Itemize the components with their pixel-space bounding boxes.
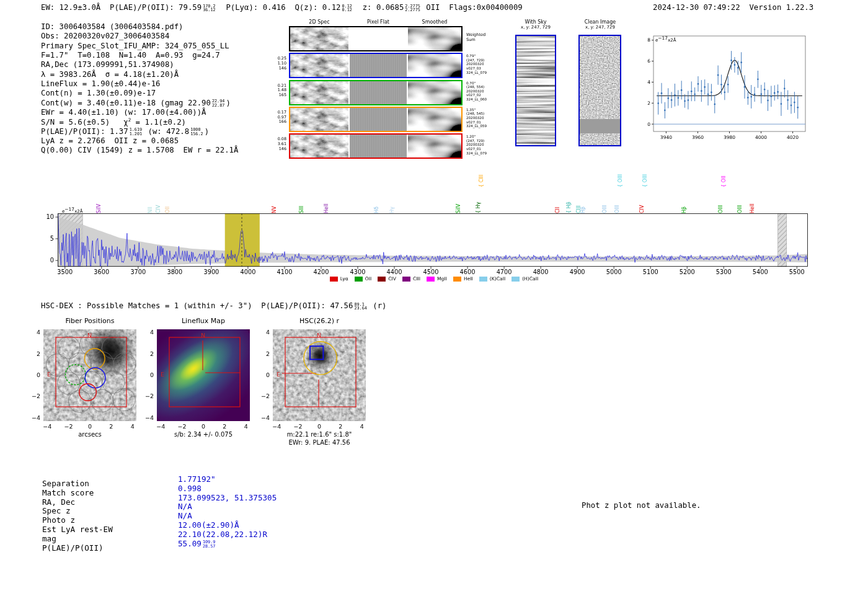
spectrum-line-label: OII	[165, 207, 171, 213]
noise-rect	[408, 81, 461, 104]
data-point	[757, 79, 759, 81]
text-run: 0.998	[178, 484, 202, 493]
legend-item: MgII	[427, 276, 447, 282]
data-point	[707, 94, 709, 96]
noise-rect	[408, 54, 461, 77]
meta-line: (247, 729)	[466, 139, 497, 143]
text-run: Q(0.00) CIV (1549) z = 1.5708 EW r = 22.…	[41, 146, 238, 154]
spec2d-column-header: Pixel Flat	[347, 19, 409, 25]
legend-label: (K)CaII	[490, 276, 505, 282]
match-table-labels: SeparationMatch scoreRA, DecSpec zPhoto …	[42, 479, 113, 553]
data-point	[671, 99, 673, 101]
legend-item: OII	[355, 276, 371, 282]
match-field-value: 1.77192"	[178, 475, 277, 484]
summary-header: EW: 12.9±3.0Å P(LAE)/P(OII): 79.59170.23…	[41, 3, 523, 12]
stat-value: 165	[265, 93, 286, 98]
fiber-circle	[91, 389, 113, 412]
y-tick-label: 4	[27, 329, 40, 335]
text-run: F=1.7" T=0.108 N=1.40 A=0.93 g=24.7	[41, 51, 220, 60]
compass-east: E	[161, 371, 164, 378]
stacked-fraction: 1.6191.201	[130, 128, 142, 136]
y-tick-label: 0	[38, 257, 54, 264]
meta-line: 324_LL_079	[466, 71, 497, 75]
x-tick-label: 3500	[53, 269, 78, 275]
pixel-flat-image	[350, 135, 407, 158]
cutout-title: HSC(26.2) r	[273, 317, 366, 325]
data-point	[760, 93, 762, 95]
x-tick-label: 0	[195, 423, 211, 430]
data-point	[667, 97, 669, 99]
noise-image	[516, 36, 555, 145]
match-field-label: Separation	[42, 479, 113, 489]
text-run: RA,Dec (173.099991,51.374908)	[41, 60, 174, 69]
stacked-fraction: 22.9422.87	[212, 99, 224, 107]
text-run: S/N = 5.6(±0.5) χ	[41, 118, 128, 127]
meta-line: 1.35"	[466, 108, 497, 112]
smoothed-image	[408, 108, 461, 131]
fraction-lower: 2.2775	[405, 8, 420, 12]
spectrum-line-label: OIII	[737, 205, 743, 213]
match-field-label: Est LyA rest-EW	[42, 525, 113, 535]
meta-line: 324_LL_079	[466, 151, 497, 156]
info-line: Q(0.00) CIV (1549) z = 1.5708 EW r = 22.…	[41, 146, 238, 155]
spec2d-row-stats: 0.211.48165	[265, 84, 286, 98]
spectrum-line-label: SiIV	[456, 204, 462, 213]
y-tick-label: 0	[647, 122, 650, 127]
legend-swatch	[330, 277, 338, 282]
x-tick-label: 4000	[755, 135, 767, 140]
x-tick-label: 4	[125, 423, 141, 430]
noise-rect	[408, 108, 461, 131]
fraction-lower: 1.201	[130, 132, 142, 136]
fiber-circle	[113, 353, 136, 375]
noise-rect	[516, 36, 555, 145]
x-tick-label: 5400	[748, 269, 773, 275]
match-field-value: 12.00(±2.90)Å	[178, 521, 277, 530]
fraction-lower: 28.57	[203, 544, 215, 548]
data-point	[681, 89, 683, 91]
spec2d-row	[289, 53, 463, 78]
text-run: )	[205, 127, 209, 136]
match-field-label: P(LAE)/P(OII)	[42, 544, 113, 553]
spec2d-row-stats: 0.083.61146	[265, 137, 286, 151]
x-tick-label: 4020	[787, 135, 799, 140]
text-run: N/A	[178, 511, 192, 520]
with-sky-coords: x, y: 247, 729	[508, 25, 564, 30]
info-line: S/N = 5.6(±0.5) χ2 = 1.1(±0.2)	[41, 117, 238, 127]
spectrum-line-label: SiIV	[96, 204, 102, 213]
meta-line: (248, 554)	[466, 85, 497, 89]
fraction-lower: 23.64	[354, 306, 366, 310]
noise-rect	[290, 81, 348, 104]
selected-fiber-circle	[84, 349, 105, 369]
data-point	[767, 100, 769, 102]
x-tick-label: −2	[174, 423, 190, 430]
timestamp-version: 2024-12-30 07:49:22 Version 1.22.3	[653, 3, 813, 12]
highlight-band	[225, 213, 260, 267]
legend-swatch	[402, 277, 410, 282]
y-tick-label: 2	[27, 350, 40, 357]
legend-label: Lyα	[340, 276, 348, 282]
info-line: Primary Spec_Slot_IFU_AMP: 324_075_055_L…	[41, 42, 238, 51]
x-tick-label: 5300	[711, 269, 736, 275]
stat-value: 146	[265, 147, 286, 152]
x-tick-label: 4600	[455, 269, 480, 275]
fraction-lower: 0.12	[342, 8, 352, 12]
spectrum-line-label: CII	[555, 207, 561, 213]
data-point	[781, 103, 782, 105]
y-tick-label: −4	[140, 414, 154, 421]
cutout-overlay	[43, 329, 136, 421]
spec2d-2d-image	[290, 27, 348, 50]
stat-value: 146	[265, 66, 286, 71]
x-tick-label: 4300	[345, 269, 370, 275]
x-tick-label: 3800	[162, 269, 187, 275]
x-tick-label: 4500	[418, 269, 443, 275]
stacked-fraction: 170.236.12	[203, 4, 215, 12]
meta-line: 20200320	[466, 62, 497, 66]
data-point	[744, 86, 746, 88]
spectrum-line-label: OIII	[614, 205, 621, 213]
text-run: ID: 3006403584 (3006403584.pdf)	[41, 22, 184, 31]
cutout-frame-box	[285, 337, 356, 407]
spec2d-row	[289, 133, 463, 159]
x-tick-label: 3980	[724, 135, 735, 140]
fiber-circle	[102, 336, 125, 358]
superscript: −17	[64, 207, 74, 212]
